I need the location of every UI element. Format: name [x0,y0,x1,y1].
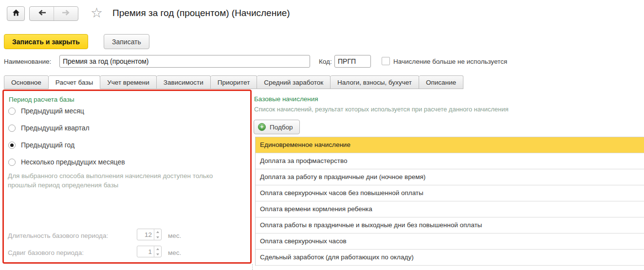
tab-nalogi-vznosy[interactable]: Налоги, взносы, бухучет [331,75,419,89]
save-button[interactable]: Записать [104,34,149,49]
tab-zavisimosti[interactable]: Зависимости [157,75,211,89]
list-item[interactable]: Доплата за профмастерство [256,153,644,169]
save-and-close-button[interactable]: Записать и закрыть [4,34,88,49]
radio-previous-month[interactable]: Предыдущий месяц [8,107,84,115]
tab-osnovnoe[interactable]: Основное [4,75,49,89]
not-used-checkbox-label: Начисление больше не используется [393,58,507,65]
tab-uchet-vremeni[interactable]: Учет времени [100,75,157,89]
duration-spinner-arrows [154,229,161,240]
shift-spinner-arrows [154,246,161,257]
tab-bar: Основное Расчет базы Учет времени Зависи… [4,75,463,89]
radio-circle-icon [8,125,16,132]
shift-unit-label: мес. [168,249,181,256]
forward-arrow-icon [61,9,71,18]
nav-history-group [29,6,78,21]
list-item[interactable]: Доплата за работу в праздничные дни (ноч… [256,169,644,185]
pick-button[interactable]: + Подбор [254,120,300,134]
radio-circle-icon [8,108,16,115]
spinner-up-icon [154,229,161,234]
code-input[interactable] [334,55,371,68]
list-item[interactable]: Оплата работы в праздничные и выходные д… [256,217,644,234]
pick-button-label: Подбор [270,124,293,131]
not-used-checkbox[interactable] [382,57,390,65]
back-button[interactable] [30,7,54,20]
radio-previous-quarter[interactable]: Предыдущий квартал [8,124,90,132]
list-item[interactable]: Оплата времени кормления ребенка [256,201,644,217]
home-button[interactable] [7,6,25,21]
radio-several-previous-months[interactable]: Несколько предыдущих месяцев [8,158,125,166]
tab-sredniy-zarabotok[interactable]: Средний заработок [257,75,331,89]
home-icon [12,9,20,18]
base-accruals-section-title: Базовые начисления [254,95,318,103]
spinner-down-icon [154,234,161,240]
tab-prioritet[interactable]: Приоритет [211,75,258,89]
spinner-down-icon [154,252,161,257]
accrual-card-window: ☆ Премия за год (процентом) (Начисление)… [0,0,644,270]
list-item[interactable]: Единовременное начисление [256,137,644,153]
radio-previous-year[interactable]: Предыдущий год [8,141,74,149]
duration-unit-label: мес. [168,232,181,239]
base-period-section-title: Период расчета базы [9,96,74,103]
panel-splitter[interactable] [252,264,253,270]
shift-label: Сдвиг базового периода: [8,249,84,256]
forward-button [54,7,78,20]
list-item[interactable]: Оплата сверхурочных часов без повышенной… [256,185,644,201]
duration-spinner [137,229,162,240]
list-item[interactable]: Сдельный заработок (для работающих по ок… [256,250,644,266]
base-period-hint: Для выбранного способа выполнения начисл… [8,171,241,190]
name-field-label: Наименование: [4,58,51,65]
shift-spinner [137,246,162,257]
name-input[interactable] [59,55,310,68]
code-field-label: Код: [319,58,332,65]
radio-circle-icon-selected [8,142,16,149]
spinner-up-icon [154,246,161,252]
add-icon: + [258,123,266,131]
back-arrow-icon [37,9,47,18]
shift-input [137,246,154,257]
tab-raschet-bazy[interactable]: Расчет базы [49,75,100,89]
list-item[interactable]: Оплата сверхурочных часов [256,234,644,250]
tab-opisanie[interactable]: Описание [419,75,463,89]
duration-input [137,229,154,240]
page-title: Премия за год (процентом) (Начисление) [112,8,290,18]
base-accruals-list: Единовременное начисление Доплата за про… [255,137,644,266]
base-accruals-subtitle: Список начислений, результат которых исп… [254,106,509,113]
duration-label: Длительность базового периода: [8,232,108,239]
radio-circle-icon [8,159,16,166]
favorite-star-icon[interactable]: ☆ [91,6,103,20]
